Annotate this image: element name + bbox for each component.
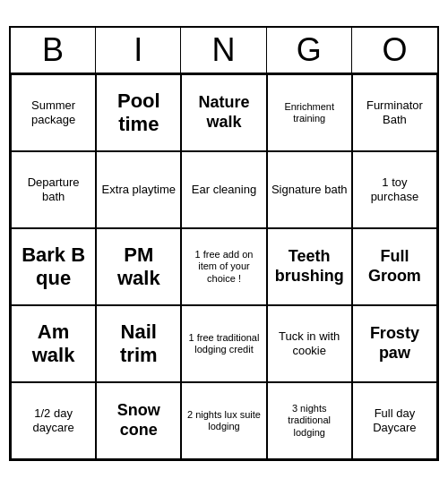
bingo-cell[interactable]: Full Groom (352, 228, 437, 305)
bingo-cell[interactable]: 1 free add on item of your choice ! (181, 228, 266, 305)
bingo-cell[interactable]: 1 free traditional lodging credit (181, 305, 266, 382)
bingo-card: BINGO Summer packagePool timeNature walk… (9, 26, 439, 461)
bingo-letter: B (11, 28, 96, 73)
bingo-grid: Summer packagePool timeNature walkEnrich… (11, 74, 437, 459)
bingo-cell[interactable]: Extra playtime (96, 151, 181, 228)
bingo-cell[interactable]: Snow cone (96, 382, 181, 459)
bingo-letter: O (352, 28, 437, 73)
bingo-letter: I (96, 28, 181, 73)
bingo-cell[interactable]: 1/2 day daycare (11, 382, 96, 459)
bingo-cell[interactable]: Nature walk (181, 74, 266, 151)
bingo-cell[interactable]: PM walk (96, 228, 181, 305)
bingo-cell[interactable]: Signature bath (267, 151, 352, 228)
bingo-letter: G (267, 28, 352, 73)
bingo-cell[interactable]: Bark B que (11, 228, 96, 305)
bingo-cell[interactable]: Ear cleaning (181, 151, 266, 228)
bingo-cell[interactable]: Summer package (11, 74, 96, 151)
bingo-cell[interactable]: Tuck in with cookie (267, 305, 352, 382)
bingo-cell[interactable]: Pool time (96, 74, 181, 151)
bingo-cell[interactable]: Furminator Bath (352, 74, 437, 151)
bingo-cell[interactable]: Nail trim (96, 305, 181, 382)
bingo-cell[interactable]: Frosty paw (352, 305, 437, 382)
bingo-cell[interactable]: Teeth brushing (267, 228, 352, 305)
bingo-cell[interactable]: 2 nights lux suite lodging (181, 382, 266, 459)
bingo-letter: N (181, 28, 266, 73)
bingo-header: BINGO (11, 28, 437, 74)
bingo-cell[interactable]: 3 nights traditional lodging (267, 382, 352, 459)
bingo-cell[interactable]: Full day Daycare (352, 382, 437, 459)
bingo-cell[interactable]: Am walk (11, 305, 96, 382)
bingo-cell[interactable]: Departure bath (11, 151, 96, 228)
bingo-cell[interactable]: Enrichment training (267, 74, 352, 151)
bingo-cell[interactable]: 1 toy purchase (352, 151, 437, 228)
